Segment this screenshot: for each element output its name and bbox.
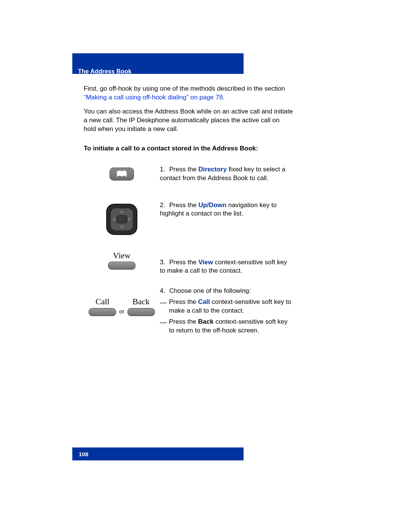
down-keyword: Down bbox=[209, 201, 226, 209]
step-3-text: 3. Press the View context-sensitive soft… bbox=[160, 250, 293, 276]
step-num: 3. bbox=[160, 258, 167, 267]
book-icon bbox=[116, 171, 127, 177]
call-softkey: Call bbox=[89, 296, 116, 316]
view-keyword: View bbox=[198, 259, 213, 266]
content-area: First, go off-hook by using one of the m… bbox=[84, 81, 293, 342]
step-4-icon-col: Call or Back bbox=[84, 287, 160, 316]
step-2-icon-col bbox=[84, 201, 160, 236]
cross-ref-link[interactable]: “Making a call using off-hook dialing” o… bbox=[84, 94, 223, 101]
intro-text: First, go off-hook by using one of the m… bbox=[84, 85, 285, 92]
softkey-icon bbox=[108, 262, 135, 270]
back-softkey: Back bbox=[127, 296, 155, 316]
steps-list: 1. Press the Directory fixed key to sele… bbox=[84, 165, 293, 335]
intro-paragraph-1: First, go off-hook by using one of the m… bbox=[84, 85, 293, 102]
step-1-text: 1. Press the Directory fixed key to sele… bbox=[160, 165, 293, 183]
procedure-heading: To initiate a call to a contact stored i… bbox=[84, 144, 293, 153]
softkey-icon bbox=[89, 308, 116, 316]
back-label: Back bbox=[132, 296, 150, 307]
or-text: or bbox=[119, 308, 124, 315]
svg-rect-3 bbox=[116, 216, 127, 223]
call-label: Call bbox=[96, 296, 110, 307]
step-1: 1. Press the Directory fixed key to sele… bbox=[84, 165, 293, 183]
step-num: 2. bbox=[160, 201, 167, 210]
step-3: View 3. Press the View context-sensitive… bbox=[84, 250, 293, 276]
step-4: Call or Back 4. Choose one of the follow… bbox=[84, 287, 293, 335]
directory-keyword: Directory bbox=[198, 166, 227, 173]
intro-paragraph-2: You can also access the Address Book whi… bbox=[84, 107, 293, 134]
call-back-keys: Call or Back bbox=[84, 296, 160, 316]
view-label: View bbox=[113, 250, 131, 261]
page-number: 108 bbox=[79, 451, 88, 458]
view-softkey: View bbox=[108, 250, 135, 270]
section-title: The Address Book bbox=[78, 67, 132, 76]
step-2-text: 2. Press the Up/Down navigation key to h… bbox=[160, 201, 293, 219]
softkey-icon bbox=[127, 308, 155, 316]
step-4-text: 4. Choose one of the following: — Press … bbox=[160, 287, 293, 335]
nav-pad-icon bbox=[104, 203, 140, 236]
step-1-icon-col bbox=[84, 165, 160, 181]
call-keyword: Call bbox=[198, 298, 210, 305]
back-keyword: Back bbox=[198, 318, 214, 325]
up-keyword: Up bbox=[198, 201, 207, 209]
option-1: — Press the Call context-sensitive soft … bbox=[160, 298, 293, 315]
option-2: — Press the Back context-sensitive soft … bbox=[160, 318, 293, 335]
step-num: 4. bbox=[160, 287, 167, 296]
step-num: 1. bbox=[160, 165, 167, 174]
step-3-icon-col: View bbox=[84, 250, 160, 270]
step-2: 2. Press the Up/Down navigation key to h… bbox=[84, 201, 293, 236]
page: The Address Book First, go off-hook by u… bbox=[0, 0, 411, 532]
footer-bar bbox=[72, 447, 244, 460]
directory-key-icon bbox=[110, 168, 134, 181]
